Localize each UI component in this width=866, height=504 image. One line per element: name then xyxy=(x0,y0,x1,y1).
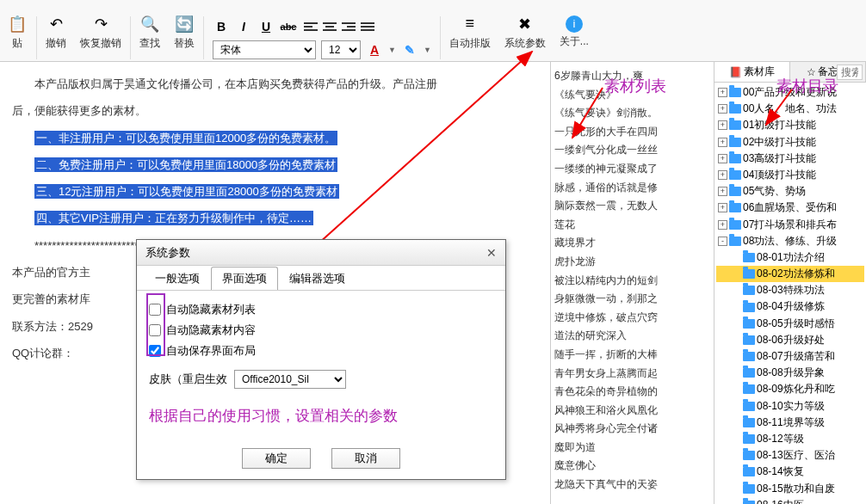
tree-row[interactable]: +06血腥场景、受伤和 xyxy=(716,200,864,216)
dialog-titlebar[interactable]: 系统参数 ✕ xyxy=(137,240,505,266)
tree-row[interactable]: 08-15散功和自废 xyxy=(716,481,864,497)
tree-row[interactable]: 08-06升级好处 xyxy=(716,332,864,348)
font-size-select[interactable]: 12 xyxy=(321,40,361,59)
tree-row[interactable]: +05气势、势场 xyxy=(716,183,864,200)
tree-row[interactable]: 08-02功法修炼和 xyxy=(716,266,864,282)
preview-line[interactable]: 被注以精纯内力的短剑 xyxy=(554,272,710,291)
align-justify-button[interactable] xyxy=(359,19,376,34)
expand-icon[interactable]: + xyxy=(718,88,727,97)
tree-row[interactable]: 08-14恢复 xyxy=(716,464,864,480)
expand-icon[interactable]: + xyxy=(718,138,727,147)
search-input[interactable] xyxy=(837,65,863,80)
font-name-select[interactable]: 宋体 xyxy=(213,40,316,59)
align-right-button[interactable] xyxy=(340,19,357,34)
align-center-button[interactable] xyxy=(321,19,338,34)
chk-label: 自动隐藏素材内容 xyxy=(166,323,256,338)
expand-icon[interactable]: + xyxy=(718,154,727,163)
tree-row[interactable]: 08-08升级异象 xyxy=(716,365,864,381)
expand-icon[interactable]: + xyxy=(718,220,727,230)
expand-icon[interactable]: + xyxy=(718,187,727,196)
folder-icon xyxy=(729,120,741,130)
preview-line[interactable]: 风神秀将身心完全付诸 xyxy=(554,420,710,439)
tree-row[interactable]: +07打斗场景和排兵布 xyxy=(716,217,864,233)
preview-line[interactable]: 虎扑龙游 xyxy=(554,253,710,272)
font-color-button[interactable]: A xyxy=(366,41,383,58)
collapse-icon[interactable]: - xyxy=(718,237,727,246)
tab-ui[interactable]: 界面选项 xyxy=(211,267,278,290)
preview-line[interactable]: 身躯微微一动，刹那之 xyxy=(554,290,710,309)
preview-line[interactable]: 一缕剑气分化成一丝丝 xyxy=(554,141,710,160)
tree-row[interactable]: 08-05升级时感悟 xyxy=(716,316,864,332)
preview-line[interactable]: 脑际轰然一震，无数人 xyxy=(554,197,710,216)
cancel-button[interactable]: 取消 xyxy=(331,448,400,469)
paste-button[interactable]: 贴 xyxy=(12,36,22,51)
tree-row[interactable]: +03高级打斗技能 xyxy=(716,151,864,167)
expand-icon[interactable]: + xyxy=(718,104,727,114)
expand-icon[interactable]: + xyxy=(718,120,727,130)
tree-row[interactable]: +04顶级打斗技能 xyxy=(716,167,864,183)
preview-line[interactable]: 莲花 xyxy=(554,216,710,235)
expand-icon[interactable]: + xyxy=(718,203,727,212)
editor-highlight: 四、其它VIP注册用户：正在努力升级制作中，待定…… xyxy=(34,211,313,225)
tree-row[interactable]: +00人名、地名、功法 xyxy=(716,101,864,117)
dropdown-icon[interactable]: ▼ xyxy=(424,46,431,54)
tree-row[interactable]: 08-04升级修炼 xyxy=(716,298,864,315)
preview-line[interactable]: 一缕缕的神元凝聚成了 xyxy=(554,160,710,179)
expand-icon[interactable]: + xyxy=(718,170,727,180)
preview-line[interactable]: 脉感，通俗的话就是修 xyxy=(554,179,710,198)
tree-row[interactable]: +02中级打斗技能 xyxy=(716,134,864,151)
dropdown-icon[interactable]: ▼ xyxy=(388,46,396,54)
sys-params-button[interactable]: 系统参数 xyxy=(504,36,546,51)
preview-line[interactable]: 青色花朵的奇异植物的 xyxy=(554,383,710,402)
tree-row[interactable]: +01初级打斗技能 xyxy=(716,117,864,133)
preview-line[interactable]: 魔即为道 xyxy=(554,439,710,458)
undo-button[interactable]: 撤销 xyxy=(46,36,66,51)
tree-row[interactable]: 08-13医疗、医治 xyxy=(716,447,864,464)
replace-button[interactable]: 替换 xyxy=(174,36,195,51)
preview-line[interactable]: 随手一挥，折断的大棒 xyxy=(554,346,710,365)
ok-button[interactable]: 确定 xyxy=(242,448,311,469)
editor-highlight: 三、12元注册用户：可以免费使用里面28000多份的免费素材 xyxy=(34,184,339,199)
tree-row[interactable]: 08-11境界等级 xyxy=(716,415,864,431)
italic-button[interactable]: I xyxy=(235,18,252,35)
tree-row[interactable]: -08功法、修练、升级 xyxy=(716,233,864,249)
editor-text: 联系方法：2529 xyxy=(12,320,93,333)
material-tree[interactable]: +00产品升级和更新说+00人名、地名、功法+01初级打斗技能+02中级打斗技能… xyxy=(714,83,866,504)
paste-icon: 📋 xyxy=(7,14,28,34)
find-button[interactable]: 查找 xyxy=(139,36,160,51)
preview-line[interactable]: 道法的研究深入 xyxy=(554,327,710,346)
about-button[interactable]: 关于... xyxy=(560,34,589,49)
tab-editor[interactable]: 编辑器选项 xyxy=(278,267,356,290)
preview-line[interactable]: 青年男女身上蒸腾而起 xyxy=(554,365,710,384)
preview-line[interactable]: 《练气要诀》剑消散。 xyxy=(554,104,710,123)
underline-button[interactable]: U xyxy=(257,18,275,35)
replace-icon: 🔄 xyxy=(174,14,195,34)
auto-layout-button[interactable]: 自动排版 xyxy=(449,36,491,51)
skin-label: 皮肤（重启生效 xyxy=(149,372,227,387)
tree-row[interactable]: 08-07升级痛苦和 xyxy=(716,348,864,365)
tree-row[interactable]: 08-09炼化丹和吃 xyxy=(716,381,864,397)
tree-row[interactable]: 08-16中医 xyxy=(716,497,864,504)
preview-line[interactable]: 藏境界才 xyxy=(554,234,710,253)
folder-icon xyxy=(729,104,741,114)
preview-line[interactable]: 魔意佛心 xyxy=(554,457,710,476)
align-left-button[interactable] xyxy=(302,19,319,34)
bold-button[interactable]: B xyxy=(213,18,230,35)
tree-row[interactable]: 08-01功法介绍 xyxy=(716,249,864,266)
tab-general[interactable]: 一般选项 xyxy=(144,267,211,290)
highlight-button[interactable]: ✎ xyxy=(401,41,418,58)
strike-button[interactable]: abc xyxy=(280,18,297,35)
tree-label: 08-14恢复 xyxy=(757,464,804,480)
redo-button[interactable]: 恢复撤销 xyxy=(80,36,121,51)
tree-label: 08-07升级痛苦和 xyxy=(757,348,835,365)
tree-row[interactable]: 08-03特殊功法 xyxy=(716,282,864,298)
preview-line[interactable]: 风神狼王和浴火凤凰化 xyxy=(554,402,710,421)
about-icon: i xyxy=(566,15,583,33)
skin-select[interactable]: Office2010_Sil xyxy=(234,370,346,389)
tree-row[interactable]: 08-12等级 xyxy=(716,431,864,447)
preview-line[interactable]: 一只无形的大手在四周 xyxy=(554,123,710,142)
close-button[interactable]: ✕ xyxy=(486,246,497,260)
preview-line[interactable]: 逆境中修炼，破点穴窍 xyxy=(554,309,710,328)
tree-row[interactable]: 08-10实力等级 xyxy=(716,398,864,415)
preview-line[interactable]: 龙隐天下真气中的天姿 xyxy=(554,476,710,495)
